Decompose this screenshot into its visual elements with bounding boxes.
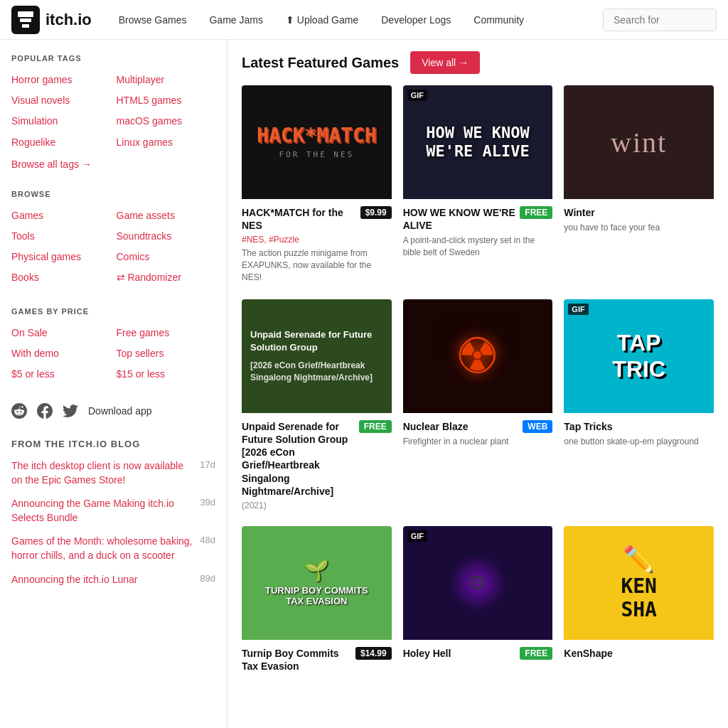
price-section: GAMES BY PRICE On Sale Free games With d… xyxy=(11,307,215,384)
nav-upload[interactable]: ⬆ Upload Game xyxy=(276,9,368,31)
tag-multiplayer[interactable]: Multiplayer xyxy=(117,71,216,89)
game-info-winter: Winter you have to face your fea xyxy=(564,199,714,238)
view-all-button[interactable]: View all → xyxy=(410,51,480,74)
game-tags-hackmatch: #NES, #Puzzle xyxy=(242,235,392,245)
price-hackmatch: $9.99 xyxy=(360,206,392,219)
game-card-unpaid[interactable]: Unpaid Serenade for Future Solution Grou… xyxy=(242,299,392,515)
social-bar: Download app xyxy=(11,403,215,419)
gif-badge-howweknow: GIF xyxy=(407,90,427,101)
blog-link-2[interactable]: Games of the Month: wholesome baking, ho… xyxy=(11,535,200,562)
blog-title: FROM THE ITCH.IO BLOG xyxy=(11,439,215,449)
game-card-taptricks[interactable]: GIF TAPTRIC Tap Tricks one button skate-… xyxy=(564,299,714,515)
browse-games[interactable]: Games xyxy=(11,207,111,225)
tag-html5[interactable]: HTML5 games xyxy=(117,92,216,109)
game-info-howweknow: HOW WE KNOW WE'RE ALIVE FREE A point-and… xyxy=(403,199,553,263)
game-thumb-winter: wint xyxy=(564,85,714,199)
download-app-link[interactable]: Download app xyxy=(88,405,152,417)
price-5[interactable]: $5 or less xyxy=(11,365,111,383)
game-year-unpaid: (2021) xyxy=(242,500,392,510)
svg-rect-1 xyxy=(20,18,31,22)
tag-roguelike[interactable]: Roguelike xyxy=(11,134,111,151)
game-card-howweknow[interactable]: GIF HOW WE KNOWWE'RE ALIVE HOW WE KNOW W… xyxy=(403,85,553,288)
logo-link[interactable]: itch.io xyxy=(11,6,92,34)
logo-icon xyxy=(11,6,40,34)
price-with-demo[interactable]: With demo xyxy=(11,345,111,363)
game-title-unpaid: Unpaid Serenade for Future Solution Grou… xyxy=(242,420,355,498)
logo-text: itch.io xyxy=(46,11,92,29)
blog-item-3: Announcing the itch.io Lunar 89d xyxy=(11,573,215,587)
game-title-nuclear: Nuclear Blaze xyxy=(403,420,519,433)
tag-visual-novels[interactable]: Visual novels xyxy=(11,92,111,109)
browse-physical[interactable]: Physical games xyxy=(11,248,111,266)
game-card-winter[interactable]: wint Winter you have to face your fea xyxy=(564,85,714,288)
popular-tags-section: POPULAR TAGS Horror games Multiplayer Vi… xyxy=(11,54,215,170)
nav-devlogs[interactable]: Developer Logs xyxy=(371,9,461,31)
sidebar: POPULAR TAGS Horror games Multiplayer Vi… xyxy=(0,40,228,728)
facebook-icon[interactable] xyxy=(37,403,53,419)
twitter-icon[interactable] xyxy=(63,403,78,419)
price-howweknow: FREE xyxy=(520,206,552,219)
section-title: Latest Featured Games xyxy=(242,55,399,71)
tag-simulation[interactable]: Simulation xyxy=(11,112,111,130)
game-thumb-turnip: 🌱 TURNIP BOY COMMITSTAX EVASION xyxy=(242,526,392,640)
price-15[interactable]: $15 or less xyxy=(117,365,216,383)
blog-days-3: 89d xyxy=(200,573,215,584)
blog-item-1: Announcing the Game Making itch.io Selec… xyxy=(11,497,215,525)
game-info-unpaid: Unpaid Serenade for Future Solution Grou… xyxy=(242,413,392,515)
game-info-turnip: Turnip Boy Commits Tax Evasion $14.99 xyxy=(242,640,392,680)
game-card-nuclear[interactable]: ☢ Nuclear Blaze WEB Firefighter in a nuc… xyxy=(403,299,553,515)
price-free[interactable]: Free games xyxy=(117,324,216,342)
price-holey: FREE xyxy=(520,647,552,660)
game-card-holey[interactable]: GIF ⚙ Holey Hell FREE xyxy=(403,526,553,680)
game-desc-howweknow: A point-and-click mystery set in the bib… xyxy=(403,235,553,259)
blog-link-1[interactable]: Announcing the Game Making itch.io Selec… xyxy=(11,497,200,525)
nav-community[interactable]: Community xyxy=(464,9,534,31)
browse-game-assets[interactable]: Game assets xyxy=(117,207,216,225)
main-nav: Browse Games Game Jams ⬆ Upload Game Dev… xyxy=(109,9,603,31)
blog-link-3[interactable]: Announcing the itch.io Lunar xyxy=(11,573,200,587)
game-card-kenshape[interactable]: ✏️ KENSHA KenShape xyxy=(564,526,714,680)
blog-item-2: Games of the Month: wholesome baking, ho… xyxy=(11,535,215,562)
game-info-holey: Holey Hell FREE xyxy=(403,640,553,667)
reddit-icon[interactable] xyxy=(11,403,27,419)
blog-days-2: 48d xyxy=(200,535,215,545)
game-card-hackmatch[interactable]: HACK*MATCH FOR THE NES HACK*MATCH for th… xyxy=(242,85,392,288)
game-info-hackmatch: HACK*MATCH for the NES $9.99 #NES, #Puzz… xyxy=(242,199,392,288)
price-unpaid: FREE xyxy=(359,420,392,433)
blog-days-0: 17d xyxy=(200,459,215,470)
game-thumb-unpaid: Unpaid Serenade for Future Solution Grou… xyxy=(242,299,392,413)
browse-links: Games Game assets Tools Soundtracks Phys… xyxy=(11,207,215,287)
page-layout: POPULAR TAGS Horror games Multiplayer Vi… xyxy=(0,40,728,728)
game-desc-taptricks: one button skate-up-em playground xyxy=(564,436,714,448)
browse-soundtracks[interactable]: Soundtracks xyxy=(117,228,216,245)
blog-item-0: The itch desktop client is now available… xyxy=(11,459,215,487)
main-content: Latest Featured Games View all → HACK*MA… xyxy=(228,40,728,728)
randomizer-link[interactable]: ⇄ Randomizer xyxy=(117,269,216,287)
price-nuclear: WEB xyxy=(523,420,552,433)
tag-linux[interactable]: Linux games xyxy=(117,134,216,151)
price-top-sellers[interactable]: Top sellers xyxy=(117,345,216,363)
game-thumb-holey: GIF ⚙ xyxy=(403,526,553,640)
search-input[interactable] xyxy=(603,9,717,31)
tag-macos[interactable]: macOS games xyxy=(117,112,216,130)
game-desc-nuclear: Firefighter in a nuclear plant xyxy=(403,436,553,448)
browse-tools[interactable]: Tools xyxy=(11,228,111,245)
price-on-sale[interactable]: On Sale xyxy=(11,324,111,342)
browse-books[interactable]: Books xyxy=(11,269,111,287)
game-info-nuclear: Nuclear Blaze WEB Firefighter in a nucle… xyxy=(403,413,553,452)
browse-all-tags-link[interactable]: Browse all tags → xyxy=(11,159,215,170)
nav-jams[interactable]: Game Jams xyxy=(199,9,272,31)
game-title-kenshape: KenShape xyxy=(564,647,714,660)
game-card-turnip[interactable]: 🌱 TURNIP BOY COMMITSTAX EVASION Turnip B… xyxy=(242,526,392,680)
game-title-howweknow: HOW WE KNOW WE'RE ALIVE xyxy=(403,206,516,232)
svg-rect-0 xyxy=(18,11,33,17)
nav-browse[interactable]: Browse Games xyxy=(109,9,197,31)
tag-horror[interactable]: Horror games xyxy=(11,71,111,89)
blog-link-0[interactable]: The itch desktop client is now available… xyxy=(11,459,200,487)
game-info-taptricks: Tap Tricks one button skate-up-em playgr… xyxy=(564,413,714,452)
game-desc-hackmatch: The action puzzle minigame from EXAPUNKS… xyxy=(242,247,392,283)
browse-comics[interactable]: Comics xyxy=(117,248,216,266)
header: itch.io Browse Games Game Jams ⬆ Upload … xyxy=(0,0,728,40)
game-title-turnip: Turnip Boy Commits Tax Evasion xyxy=(242,647,351,673)
blog-days-1: 39d xyxy=(200,497,215,508)
